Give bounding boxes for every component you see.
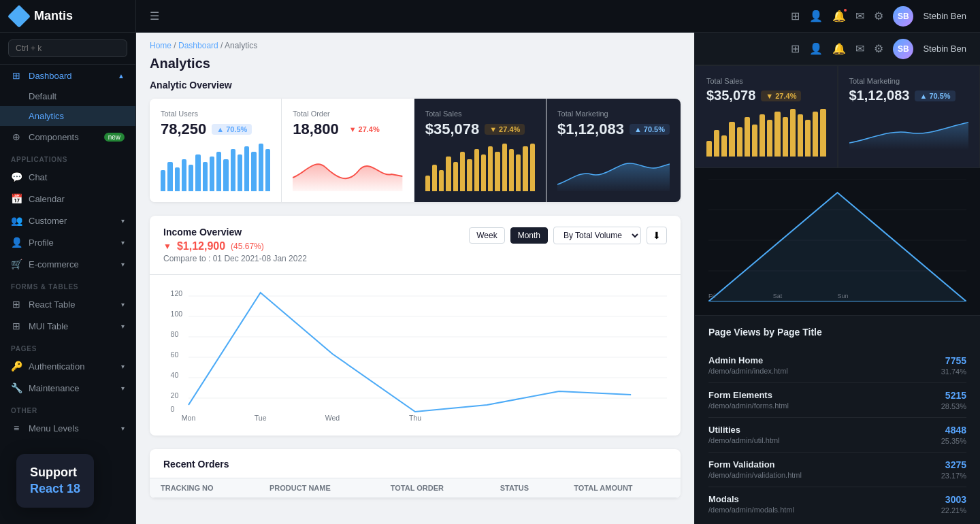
pv-path-0: /demo/admin/index.html <box>708 367 788 375</box>
stat-badge-users: ▲ 70.5% <box>212 124 252 135</box>
rp-stat-value-marketing: $1,12,083 ▲ 70.5% <box>849 88 969 103</box>
sidebar-item-components[interactable]: ⊕ Components new <box>0 126 135 148</box>
pv-count-4: 3003 <box>941 494 966 505</box>
avatar[interactable]: SB <box>893 6 913 27</box>
rp-bell-icon[interactable]: 🔔 <box>832 42 846 55</box>
income-chart-area: 120 100 80 60 40 20 0 <box>150 275 681 436</box>
sidebar-label-mui-table: MUI Table <box>29 321 68 331</box>
income-header: Income Overview ▼ $1,12,900 (45.67%) Com… <box>150 216 681 275</box>
rp-mail-icon[interactable]: ✉ <box>855 42 864 55</box>
mail-icon[interactable]: ✉ <box>855 10 864 22</box>
sidebar-item-chat[interactable]: 💬 Chat <box>0 166 135 188</box>
svg-text:Mon: Mon <box>182 414 196 422</box>
pv-stats-1: 5215 28.53% <box>941 390 966 410</box>
pv-count-2: 4848 <box>941 425 966 436</box>
breadcrumb-home[interactable]: Home <box>150 41 172 50</box>
stat-card-users: Total Users 78,250 ▲ 70.5% <box>150 99 282 202</box>
pv-pct-4: 22.21% <box>941 506 966 514</box>
svg-text:0: 0 <box>171 406 175 413</box>
sidebar-label-maintenance: Maintenance <box>29 383 79 393</box>
sidebar-item-menu-levels[interactable]: ≡ Menu Levels ▾ <box>0 417 135 439</box>
svg-text:Fri: Fri <box>708 293 715 299</box>
support-badge[interactable]: Support React 18 <box>16 454 94 508</box>
sidebar-item-maintenance[interactable]: 🔧 Maintenance ▾ <box>0 377 135 399</box>
sidebar-item-analytics[interactable]: Analytics <box>0 106 135 126</box>
col-total-amount: TOTAL AMOUNT <box>563 478 681 498</box>
income-compare: Compare to : 01 Dec 2021-08 Jan 2022 <box>163 254 307 263</box>
breadcrumb: Home / Dashboard / Analytics <box>136 33 694 53</box>
sidebar-label-dashboard: Dashboard <box>29 71 72 81</box>
svg-text:20: 20 <box>171 392 179 399</box>
income-controls: Week Month By Total Volume ⬇ <box>469 227 667 244</box>
settings-icon[interactable]: ⚙ <box>874 10 883 22</box>
stats-row: Total Users 78,250 ▲ 70.5% Total Order 1… <box>150 99 681 202</box>
stat-chart-orders <box>293 144 402 191</box>
menu-levels-icon: ≡ <box>11 423 22 433</box>
grid-icon[interactable]: ⊞ <box>791 10 800 22</box>
stat-card-orders: Total Order 18,800 ▼ 27.4% <box>282 99 414 202</box>
sidebar-item-react-table[interactable]: ⊞ React Table ▾ <box>0 293 135 315</box>
pv-info-2: Utilities /demo/admin/util.html <box>708 425 780 444</box>
app-title: Mantis <box>34 9 73 23</box>
rp-settings-icon[interactable]: ⚙ <box>874 42 883 55</box>
notification-icon[interactable]: 🔔 <box>832 10 846 22</box>
sidebar-item-default[interactable]: Default <box>0 86 135 106</box>
rp-badge-sales: ▼ 27.4% <box>761 91 801 101</box>
rp-avatar[interactable]: SB <box>893 39 913 59</box>
rp-stats-row: Total Sales $35,078 ▼ 27.4% Total Market… <box>695 65 980 168</box>
search-input[interactable] <box>8 39 127 57</box>
pv-title-1: Form Elements <box>708 390 789 400</box>
stat-label-marketing: Total Marketing <box>557 110 670 118</box>
dark-chart-section: Fri Sat Sun <box>695 168 980 316</box>
sidebar-item-ecommerce[interactable]: 🛒 E-commerce ▾ <box>0 253 135 275</box>
pv-path-1: /demo/admin/forms.html <box>708 402 789 410</box>
sidebar-label-analytics: Analytics <box>29 111 64 121</box>
pv-count-3: 3275 <box>941 459 966 470</box>
sidebar-item-calendar[interactable]: 📅 Calendar <box>0 188 135 210</box>
sidebar-label-chat: Chat <box>29 172 47 182</box>
svg-text:40: 40 <box>171 372 179 379</box>
page-view-item-4: Modals /demo/admin/modals.html 3003 22.2… <box>708 487 966 521</box>
stat-label-orders: Total Order <box>293 110 402 118</box>
volume-select[interactable]: By Total Volume <box>553 227 641 244</box>
user-switch-icon[interactable]: 👤 <box>809 10 823 22</box>
support-line1: Support <box>30 465 80 480</box>
download-btn[interactable]: ⬇ <box>647 227 667 244</box>
profile-icon: 👤 <box>11 237 22 248</box>
sidebar-label-authentication: Authentication <box>29 361 84 372</box>
rp-badge-marketing: ▲ 70.5% <box>915 91 955 101</box>
page-title: Analytics <box>136 53 694 80</box>
month-btn[interactable]: Month <box>510 227 548 244</box>
breadcrumb-dashboard[interactable]: Dashboard <box>178 41 218 50</box>
stat-badge-marketing: ▲ 70.5% <box>630 124 670 135</box>
sidebar-item-mui-table[interactable]: ⊞ MUI Table ▾ <box>0 315 135 337</box>
chat-icon: 💬 <box>11 171 22 182</box>
stat-chart-sales <box>425 144 535 191</box>
rp-grid-icon[interactable]: ⊞ <box>791 42 800 55</box>
svg-text:Wed: Wed <box>325 414 340 422</box>
user-name: Stebin Ben <box>923 11 966 21</box>
topbar-right: ⊞ 👤 🔔 ✉ ⚙ SB Stebin Ben <box>791 6 966 27</box>
rp-user-icon[interactable]: 👤 <box>809 42 823 55</box>
hamburger-icon[interactable]: ☰ <box>150 10 159 22</box>
app-logo[interactable]: Mantis <box>0 0 135 33</box>
sidebar-item-dashboard[interactable]: ⊞ Dashboard ▲ <box>0 65 135 86</box>
pv-info-4: Modals /demo/admin/modals.html <box>708 494 794 514</box>
stat-value-sales: $35,078 ▼ 27.4% <box>425 120 535 138</box>
pv-info-1: Form Elements /demo/admin/forms.html <box>708 390 789 410</box>
week-btn[interactable]: Week <box>469 227 504 244</box>
pv-info-3: Form Validation /demo/admin/validation.h… <box>708 459 802 479</box>
pv-path-2: /demo/admin/util.html <box>708 436 780 444</box>
sidebar-item-customer[interactable]: 👥 Customer ▾ <box>0 210 135 231</box>
orders-table: TRACKING NO PRODUCT NAME TOTAL ORDER STA… <box>150 478 681 498</box>
sidebar-label-react-table: React Table <box>29 299 75 310</box>
pv-title-3: Form Validation <box>708 459 802 470</box>
support-line2: React 18 <box>30 481 80 497</box>
pv-title-4: Modals <box>708 494 794 504</box>
sidebar-item-authentication[interactable]: 🔑 Authentication ▾ <box>0 355 135 377</box>
sidebar-label-calendar: Calendar <box>29 194 65 204</box>
income-line-chart: 120 100 80 60 40 20 0 <box>163 286 667 422</box>
pv-path-4: /demo/admin/modals.html <box>708 506 794 514</box>
sidebar-item-profile[interactable]: 👤 Profile ▾ <box>0 231 135 253</box>
main-area: ☰ ⊞ 👤 🔔 ✉ ⚙ SB Stebin Ben Home / Dashboa… <box>136 0 980 524</box>
